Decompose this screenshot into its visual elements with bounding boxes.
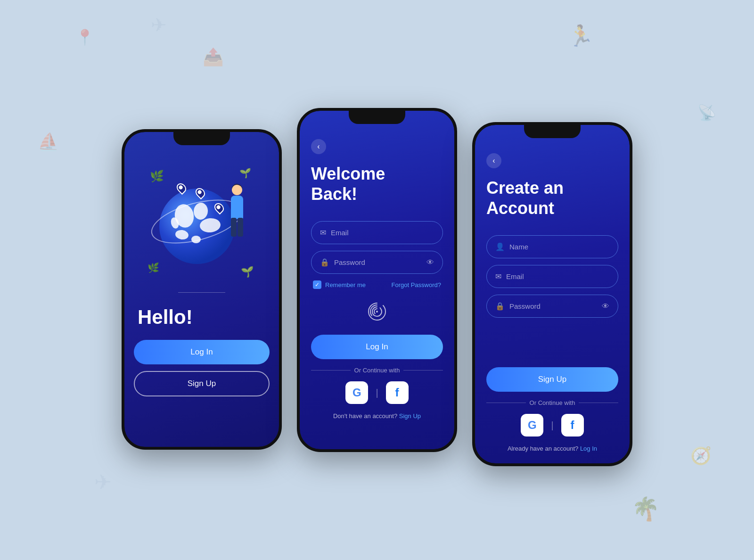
password-placeholder-phone2: Password — [334, 258, 422, 266]
google-icon-phone3: G — [528, 419, 537, 432]
facebook-icon-phone3: f — [571, 419, 574, 432]
email-field-phone2[interactable]: ✉ Email — [311, 221, 443, 244]
password-field-phone3[interactable]: 🔒 Password 👁 — [486, 295, 618, 318]
remember-label: Remember me — [325, 281, 366, 288]
password-field-phone2[interactable]: 🔒 Password 👁 — [311, 251, 443, 274]
screen-3: ‹ Create an Account 👤 Name ✉ Email 🔒 Pas… — [475, 125, 630, 463]
name-field-phone3[interactable]: 👤 Name — [486, 235, 618, 258]
phone-3-notch — [524, 125, 581, 138]
bottom-text-phone3: Already have an account? Log In — [486, 445, 618, 452]
fingerprint-icon — [367, 301, 387, 326]
phone-1-notch — [173, 132, 230, 145]
phone1-signup-button[interactable]: Sign Up — [134, 371, 270, 396]
lock-icon-phone3: 🔒 — [495, 302, 505, 311]
remember-left: ✓ Remember me — [313, 280, 366, 289]
login-button-phone2[interactable]: Log In — [311, 335, 443, 359]
divider-row-phone3: Or Continue with — [486, 399, 618, 406]
eye-icon-phone3[interactable]: 👁 — [602, 302, 609, 311]
remember-checkbox[interactable]: ✓ — [313, 280, 321, 289]
phone1-buttons: Log In Sign Up — [134, 340, 270, 396]
spacer-phone3 — [486, 324, 618, 367]
facebook-icon-phone2: f — [395, 386, 399, 399]
email-field-phone3[interactable]: ✉ Email — [486, 265, 618, 288]
social-divider-phone2: | — [376, 387, 378, 398]
bottom-text-phone2: Don't have an account? Sign Up — [311, 412, 443, 420]
phone1-login-button[interactable]: Log In — [134, 340, 270, 364]
divider-line-left-phone2 — [311, 370, 351, 371]
email-placeholder-phone3: Email — [506, 272, 609, 280]
bottom-static-text-phone3: Already have an account? — [508, 445, 578, 452]
plant-left: 🌿 — [150, 170, 164, 183]
hello-text: Hello! — [124, 306, 193, 329]
phones-container: 🌿 🌱 🌿 🌱 Hello! Log In Sign Up — [122, 94, 632, 466]
email-placeholder-phone2: Email — [331, 229, 434, 237]
phone-2-notch — [349, 111, 405, 124]
back-button-phone3[interactable]: ‹ — [486, 153, 501, 168]
phone-3: ‹ Create an Account 👤 Name ✉ Email 🔒 Pas… — [472, 122, 632, 466]
divider-line-right-phone2 — [403, 370, 443, 371]
email-icon-phone3: ✉ — [495, 272, 501, 281]
screen-1: 🌿 🌱 🌿 🌱 Hello! Log In Sign Up — [124, 132, 279, 447]
figure-body — [231, 196, 243, 219]
signup-button-phone3[interactable]: Sign Up — [486, 367, 618, 392]
figure — [221, 179, 254, 240]
plant-bottom-left: 🌿 — [148, 262, 159, 273]
divider-line-left-phone3 — [486, 403, 526, 403]
lock-icon-phone2: 🔒 — [320, 258, 329, 267]
back-button-phone2[interactable]: ‹ — [311, 139, 326, 154]
divider-line-right-phone3 — [579, 403, 618, 403]
divider-text-phone3: Or Continue with — [530, 399, 575, 406]
social-icons-phone2: G | f — [311, 381, 443, 404]
remember-row: ✓ Remember me Forgot Password? — [311, 280, 443, 289]
name-placeholder-phone3: Name — [509, 243, 609, 251]
bottom-static-text-phone2: Don't have an account? — [333, 412, 397, 420]
google-icon-phone2: G — [352, 386, 361, 399]
screen-2: ‹ Welcome Back! ✉ Email 🔒 Password 👁 ✓ R… — [300, 111, 454, 449]
password-placeholder-phone3: Password — [509, 302, 597, 310]
phone-2: ‹ Welcome Back! ✉ Email 🔒 Password 👁 ✓ R… — [297, 108, 457, 452]
illustration-area: 🌿 🌱 🌿 🌱 — [145, 165, 258, 288]
person-icon-phone3: 👤 — [495, 242, 505, 251]
figure-leg-right — [238, 218, 243, 237]
welcome-back-title: Welcome Back! — [311, 164, 443, 204]
divider-text-phone2: Or Continue with — [354, 367, 400, 374]
facebook-button-phone3[interactable]: f — [561, 414, 584, 436]
social-icons-phone3: G | f — [486, 414, 618, 436]
google-button-phone3[interactable]: G — [521, 414, 543, 436]
phone1-divider — [178, 292, 225, 293]
bottom-link-phone3[interactable]: Log In — [580, 445, 597, 452]
facebook-button-phone2[interactable]: f — [386, 381, 409, 404]
bottom-link-phone2[interactable]: Sign Up — [399, 412, 421, 420]
create-account-title: Create an Account — [486, 178, 618, 218]
plant-top-right: 🌱 — [239, 167, 251, 179]
figure-head — [232, 185, 242, 195]
eye-icon-phone2[interactable]: 👁 — [426, 258, 434, 267]
forgot-password-link[interactable]: Forgot Password? — [392, 281, 442, 288]
google-button-phone2[interactable]: G — [345, 381, 368, 404]
plant-bottom-right: 🌱 — [241, 266, 254, 278]
fingerprint-area[interactable] — [311, 301, 443, 326]
divider-row-phone2: Or Continue with — [311, 367, 443, 374]
social-divider-phone3: | — [551, 420, 553, 431]
figure-leg-left — [231, 218, 237, 237]
phone-1: 🌿 🌱 🌿 🌱 Hello! Log In Sign Up — [122, 129, 282, 450]
email-icon-phone2: ✉ — [320, 228, 326, 237]
